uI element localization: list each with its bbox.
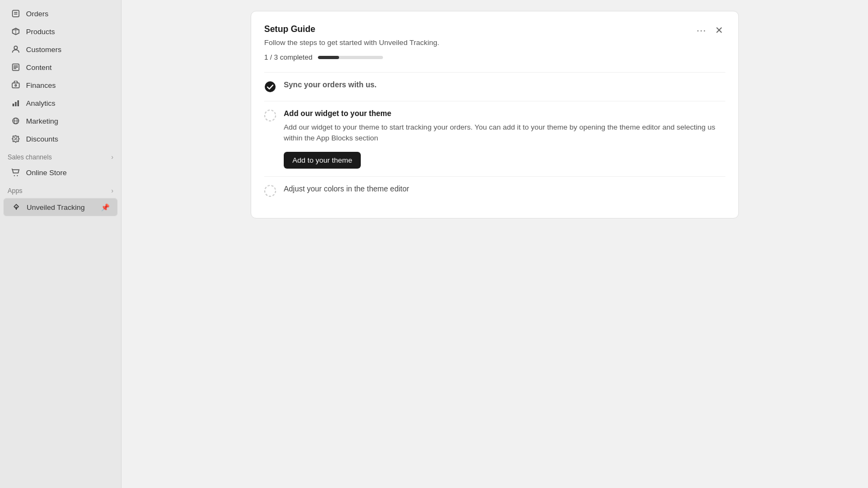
step-colors-body: Adjust your colors in the theme editor bbox=[284, 184, 725, 197]
card-header: Setup Guide ··· ✕ bbox=[264, 24, 725, 36]
svg-rect-13 bbox=[15, 102, 17, 106]
online-store-icon bbox=[11, 168, 21, 177]
customers-icon bbox=[11, 44, 21, 54]
sidebar-item-marketing-label: Marketing bbox=[26, 117, 58, 125]
analytics-icon bbox=[11, 98, 21, 108]
sidebar-item-customers[interactable]: Customers bbox=[3, 41, 118, 58]
svg-rect-0 bbox=[12, 10, 19, 17]
unveiled-tracking-icon bbox=[11, 202, 21, 212]
sidebar-item-online-store[interactable]: Online Store bbox=[3, 164, 118, 181]
sidebar-item-discounts[interactable]: Discounts bbox=[3, 130, 118, 147]
sidebar-item-discounts-label: Discounts bbox=[26, 135, 58, 143]
discounts-icon bbox=[11, 134, 21, 144]
more-options-button[interactable]: ··· bbox=[694, 24, 709, 36]
finances-icon bbox=[11, 80, 21, 90]
step-pending-icon bbox=[264, 185, 276, 197]
apps-section: Apps › bbox=[0, 182, 121, 197]
main-content: Setup Guide ··· ✕ Follow the steps to ge… bbox=[122, 0, 868, 488]
setup-guide-title: Setup Guide bbox=[264, 24, 315, 34]
step-sync-body: Sync your orders with us. bbox=[284, 80, 725, 93]
orders-icon bbox=[11, 9, 21, 18]
svg-point-22 bbox=[14, 175, 15, 176]
svg-point-19 bbox=[14, 137, 15, 138]
svg-point-25 bbox=[265, 81, 276, 92]
sales-channels-section: Sales channels › bbox=[0, 148, 121, 163]
close-button[interactable]: ✕ bbox=[713, 24, 725, 36]
svg-rect-12 bbox=[12, 104, 14, 106]
card-actions: ··· ✕ bbox=[694, 24, 725, 36]
sidebar-item-marketing[interactable]: Marketing bbox=[3, 112, 118, 130]
add-to-theme-button[interactable]: Add to your theme bbox=[284, 152, 361, 169]
sidebar-item-finances[interactable]: Finances bbox=[3, 76, 118, 94]
step-widget-body: Add our widget to your theme Add our wid… bbox=[284, 109, 725, 169]
step-active-icon bbox=[264, 110, 276, 121]
content-icon bbox=[11, 62, 21, 72]
sidebar-item-products[interactable]: Products bbox=[3, 23, 118, 40]
step-widget-title: Add our widget to your theme bbox=[284, 109, 725, 118]
sidebar-item-content[interactable]: Content bbox=[3, 59, 118, 76]
marketing-icon bbox=[11, 116, 21, 126]
step-completed-icon bbox=[264, 81, 276, 93]
svg-point-11 bbox=[15, 85, 17, 86]
sidebar-item-unveiled-label: Unveiled Tracking bbox=[27, 203, 85, 211]
step-colors-title: Adjust your colors in the theme editor bbox=[284, 184, 725, 193]
sales-channels-chevron[interactable]: › bbox=[111, 153, 113, 161]
setup-guide-subtitle: Follow the steps to get started with Unv… bbox=[264, 38, 725, 47]
svg-point-26 bbox=[265, 110, 276, 121]
progress-bar-background bbox=[318, 56, 383, 59]
svg-rect-14 bbox=[17, 100, 19, 106]
sidebar: Orders Products Customers bbox=[0, 0, 122, 488]
progress-text: 1 / 3 completed bbox=[264, 53, 312, 61]
sidebar-item-analytics-label: Analytics bbox=[26, 99, 55, 107]
svg-point-27 bbox=[265, 185, 276, 196]
pin-icon[interactable]: 📌 bbox=[101, 203, 110, 211]
setup-guide-card: Setup Guide ··· ✕ Follow the steps to ge… bbox=[251, 11, 739, 219]
progress-row: 1 / 3 completed bbox=[264, 53, 725, 61]
card-title-group: Setup Guide bbox=[264, 24, 315, 34]
step-adjust-colors: Adjust your colors in the theme editor bbox=[264, 176, 725, 205]
svg-point-5 bbox=[14, 46, 17, 49]
sidebar-item-customers-label: Customers bbox=[26, 46, 61, 54]
sidebar-item-orders-label: Orders bbox=[26, 10, 48, 18]
apps-chevron[interactable]: › bbox=[111, 187, 113, 195]
step-widget-description: Add our widget to your theme to start tr… bbox=[284, 122, 725, 144]
step-sync-orders: Sync your orders with us. bbox=[264, 72, 725, 101]
sidebar-item-analytics[interactable]: Analytics bbox=[3, 94, 118, 112]
sidebar-item-finances-label: Finances bbox=[26, 81, 56, 89]
sidebar-item-products-label: Products bbox=[26, 28, 55, 36]
products-icon bbox=[11, 27, 21, 36]
svg-point-20 bbox=[16, 139, 17, 140]
sidebar-item-content-label: Content bbox=[26, 63, 52, 72]
sidebar-item-online-store-label: Online Store bbox=[26, 169, 67, 177]
svg-rect-10 bbox=[12, 83, 20, 88]
step-sync-title: Sync your orders with us. bbox=[284, 80, 725, 89]
svg-line-21 bbox=[12, 169, 12, 170]
progress-bar-fill bbox=[318, 56, 340, 59]
step-add-widget: Add our widget to your theme Add our wid… bbox=[264, 101, 725, 176]
sidebar-item-unveiled-tracking[interactable]: Unveiled Tracking 📌 bbox=[3, 198, 118, 216]
svg-point-23 bbox=[17, 175, 18, 176]
sidebar-item-orders[interactable]: Orders bbox=[3, 5, 118, 22]
